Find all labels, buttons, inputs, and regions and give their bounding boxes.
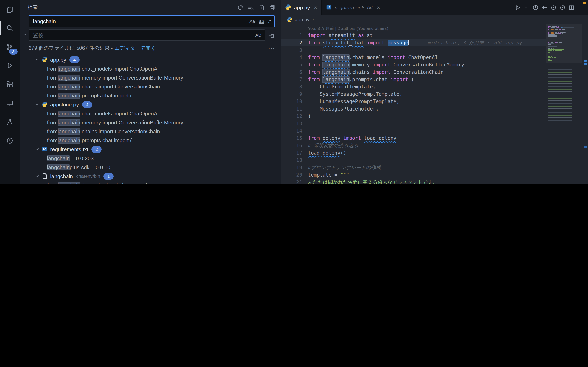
search-match-row[interactable]: from langchain.chat_models import ChatOp… <box>29 109 275 118</box>
minimap-token <box>552 44 553 45</box>
breadcrumb[interactable]: app.py › ... <box>281 15 588 25</box>
search-match-row[interactable]: from langchain.prompts.chat import ( <box>29 91 275 100</box>
run-dropdown-chevron[interactable] <box>523 4 530 11</box>
chevron-down-icon <box>34 173 40 180</box>
activity-extensions[interactable] <box>0 75 20 94</box>
search-match-row[interactable]: langchain==0.0.203 <box>29 154 275 163</box>
code-token: import <box>373 69 390 75</box>
minimap-token <box>552 26 554 27</box>
code-line: 13 <box>281 120 545 127</box>
minimap-line <box>548 45 581 46</box>
open-search-editor-icon[interactable] <box>258 4 265 11</box>
regex-toggle[interactable]: .* <box>267 18 273 25</box>
split-editor-icon[interactable] <box>568 4 575 11</box>
code-token <box>326 33 329 38</box>
search-match-row[interactable]: from langchain.memory import Conversatio… <box>29 118 275 127</box>
refresh-search-icon[interactable] <box>236 4 244 11</box>
line-content: from langchain.prompts.chat import ( <box>308 76 414 83</box>
search-match-row[interactable]: from langchain.memory import Conversatio… <box>29 73 275 82</box>
search-result-file[interactable]: requirements.txt2 <box>29 145 275 154</box>
code-line: 17load_dotenv() <box>281 149 545 157</box>
code-line: 10 HumanMessagePromptTemplate, <box>281 98 545 105</box>
minimap-token <box>557 27 559 28</box>
pip-file-icon <box>326 4 332 11</box>
search-result-file[interactable]: app.py4 <box>29 55 275 64</box>
replace-input[interactable] <box>32 32 253 39</box>
collapse-all-icon[interactable] <box>268 4 276 11</box>
whole-word-toggle[interactable]: ab <box>258 18 266 25</box>
replace-input-box: AB <box>29 29 265 41</box>
match-post: .chains import ConversationChain <box>80 83 160 90</box>
minimap-line <box>548 40 581 41</box>
match-pre: from <box>47 119 58 125</box>
search-input[interactable] <box>32 18 247 25</box>
activity-extra-view[interactable] <box>0 131 20 150</box>
code-editor[interactable]: You, 3 か月前 | 2 authors (You and others) … <box>281 25 588 184</box>
line-content: load_dotenv() <box>308 149 346 157</box>
minimap[interactable] <box>545 25 582 184</box>
replace-all-icon[interactable] <box>268 31 275 39</box>
minimap-token <box>558 32 560 33</box>
run-button[interactable] <box>514 4 521 11</box>
activity-remote-explorer[interactable] <box>0 94 20 113</box>
code-token <box>320 69 323 75</box>
minimap-token <box>561 27 563 28</box>
minimap-token <box>551 56 553 57</box>
sidebar-title: 検索 <box>28 4 233 11</box>
editor-tab[interactable]: app.py× <box>281 0 321 15</box>
code-line: 11 MessagesPlaceholder, <box>281 105 545 113</box>
breadcrumb-file[interactable]: app.py <box>295 17 310 22</box>
minimap-token <box>548 50 552 51</box>
toggle-replace-chevron[interactable] <box>21 31 29 38</box>
code-token: .chains <box>349 69 373 75</box>
breadcrumb-rest[interactable]: ... <box>317 17 321 22</box>
match-post: .prompts.chat import ( <box>80 137 132 143</box>
activity-explorer[interactable] <box>0 0 20 19</box>
code-line: 16# 環境変数の読み込み <box>281 142 545 149</box>
minimap-token <box>548 26 550 27</box>
code-line: 12) <box>281 113 545 120</box>
match-pre: from <box>47 137 58 143</box>
search-match-row[interactable]: from langchainplus_sdk.cli.main import m… <box>29 181 275 184</box>
navigate-forward-icon[interactable] <box>550 4 557 11</box>
minimap-line <box>548 58 581 59</box>
search-match-row[interactable]: from langchain.chains import Conversatio… <box>29 127 275 136</box>
editor-tab[interactable]: requirements.txt× <box>321 0 384 15</box>
activity-source-control[interactable]: 3 <box>0 38 20 56</box>
restart-icon[interactable] <box>559 4 566 11</box>
search-match-row[interactable]: from langchain.chat_models import ChatOp… <box>29 64 275 73</box>
search-match-row[interactable]: from langchain.prompts.chat import ( <box>29 136 275 145</box>
minimap-token <box>560 31 568 31</box>
match-highlight: langchain <box>58 75 80 81</box>
gitlens-authors-lens[interactable]: You, 3 か月前 | 2 authors (You and others) <box>308 26 545 31</box>
search-match-row[interactable]: langchainplus-sdk==0.0.10 <box>29 163 275 172</box>
open-in-editor-link[interactable]: エディターで開く <box>114 45 156 51</box>
code-token <box>320 77 323 82</box>
tab-close-icon[interactable]: × <box>314 4 317 10</box>
line-content: HumanMessagePromptTemplate, <box>308 98 399 105</box>
code-line: 9 SystemMessagePromptTemplate, <box>281 91 545 98</box>
search-result-file[interactable]: appclone.py4 <box>29 100 275 109</box>
minimap-token <box>556 26 557 27</box>
clear-search-results-icon[interactable] <box>247 4 254 11</box>
search-input-box: Aa ab .* <box>29 16 275 27</box>
search-result-file[interactable]: langchainchatenv/bin1 <box>29 172 275 181</box>
timeline-icon[interactable] <box>532 4 539 11</box>
preserve-case-toggle[interactable]: AB <box>254 32 263 38</box>
tab-close-icon[interactable]: × <box>377 4 380 10</box>
search-sidebar: 検索 Aa ab .* AB 679 個のファイルに 5067 <box>20 0 281 184</box>
minimap-line <box>548 53 581 54</box>
search-match-row[interactable]: from langchain.chains import Conversatio… <box>29 82 275 91</box>
line-number: 8 <box>281 83 302 91</box>
match-case-toggle[interactable]: Aa <box>248 18 257 25</box>
activity-search[interactable] <box>0 19 20 38</box>
activity-run-debug[interactable] <box>0 56 20 75</box>
minimap-line <box>548 30 581 30</box>
overview-ruler[interactable] <box>582 25 588 184</box>
navigate-back-icon[interactable] <box>541 4 548 11</box>
minimap-token <box>560 27 560 28</box>
more-editor-actions-icon[interactable]: ··· <box>577 4 584 11</box>
match-highlight: langchain <box>47 155 70 161</box>
activity-testing[interactable] <box>0 113 20 131</box>
more-actions-icon[interactable]: ··· <box>268 45 275 51</box>
